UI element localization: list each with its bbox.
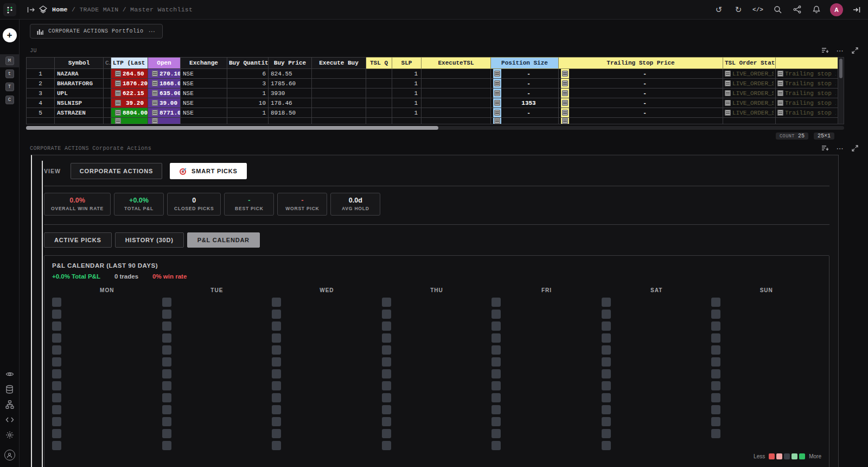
calendar-day-cell[interactable] <box>162 345 171 355</box>
cell-tsl_status[interactable]: LIVE_ORDER_S… <box>723 108 776 118</box>
calendar-day-cell[interactable] <box>272 333 281 343</box>
calendar-day-cell[interactable] <box>492 393 501 402</box>
calendar-day-cell[interactable] <box>382 429 391 438</box>
calendar-day-cell[interactable] <box>272 369 281 378</box>
code-icon[interactable] <box>5 415 15 425</box>
cell-c[interactable] <box>104 69 111 79</box>
col-header-buy_qty[interactable]: Buy Quantity <box>227 58 269 69</box>
cell-buy-quantity[interactable]: 6 <box>227 69 269 79</box>
cell-grid-icon[interactable] <box>777 80 783 86</box>
cell-grid-icon[interactable] <box>562 90 568 96</box>
col-header-position_size[interactable]: Position Size <box>491 58 559 69</box>
cell-trailing_stop[interactable]: - <box>559 89 723 98</box>
calendar-day-cell[interactable] <box>162 321 171 331</box>
calendar-day-cell[interactable] <box>272 429 281 438</box>
calendar-day-cell[interactable] <box>602 369 611 378</box>
cell-symbol[interactable]: UPL <box>55 89 104 98</box>
cell-grid-icon[interactable] <box>494 71 500 77</box>
calendar-day-cell[interactable] <box>711 321 720 331</box>
cell-grid-icon[interactable] <box>725 71 731 77</box>
share-icon[interactable] <box>791 4 803 16</box>
cell-grid-icon[interactable] <box>777 100 783 106</box>
calendar-day-cell[interactable] <box>382 298 391 307</box>
cell-extra[interactable]: Trailing stop ina <box>776 79 838 89</box>
add-button[interactable]: + <box>3 28 17 42</box>
cell-rownum[interactable]: 4 <box>27 98 55 108</box>
col-header-ltp[interactable]: LTP (Last … <box>111 58 148 69</box>
cell-execute_tsl[interactable] <box>422 118 491 124</box>
cell-grid-icon[interactable] <box>725 80 731 86</box>
cell-buy-price[interactable]: 8918.50 <box>269 108 312 118</box>
cell-rownum[interactable]: 5 <box>27 108 55 118</box>
cell-execute_buy[interactable] <box>312 118 366 124</box>
cell-tsl_status[interactable]: LIVE_ORDER_S… <box>723 89 776 98</box>
calendar-day-cell[interactable] <box>711 345 720 355</box>
calendar-day-cell[interactable] <box>382 405 391 414</box>
calendar-day-cell[interactable] <box>162 298 171 307</box>
cell-ltp[interactable]: 264.50 <box>111 69 148 79</box>
calendar-day-cell[interactable] <box>382 381 391 390</box>
cell-extra[interactable]: Trailing stop ina <box>776 69 838 79</box>
cell-ltp[interactable] <box>111 118 148 124</box>
col-header-buy_price[interactable]: Buy Price <box>269 58 312 69</box>
cell-grid-icon[interactable] <box>562 110 568 116</box>
cell-buy-quantity[interactable]: 1 <box>227 108 269 118</box>
cell-trailing_stop[interactable]: - <box>559 79 723 89</box>
cell-grid-icon[interactable] <box>152 110 158 116</box>
calendar-day-cell[interactable] <box>162 405 171 414</box>
cell-grid-icon[interactable] <box>777 71 783 77</box>
cell-rownum[interactable]: 1 <box>27 69 55 79</box>
calendar-day-cell[interactable] <box>711 298 720 307</box>
calendar-day-cell[interactable] <box>492 345 501 355</box>
cell-grid-icon[interactable] <box>115 71 121 77</box>
calendar-day-cell[interactable] <box>382 417 391 426</box>
calendar-day-cell[interactable] <box>52 321 61 331</box>
calendar-day-cell[interactable] <box>162 333 171 343</box>
cell-c[interactable] <box>104 118 111 124</box>
calendar-day-cell[interactable] <box>272 393 281 402</box>
cell-buy-quantity[interactable]: 1 <box>227 89 269 98</box>
eye-icon[interactable] <box>5 369 15 379</box>
cell-tsl_q[interactable] <box>366 98 392 108</box>
expand-icon[interactable] <box>851 46 859 55</box>
cell-grid-icon[interactable] <box>152 100 158 106</box>
cell-grid-icon[interactable] <box>494 118 500 124</box>
cell-grid-icon[interactable] <box>494 90 500 96</box>
calendar-day-cell[interactable] <box>602 441 611 450</box>
calendar-day-cell[interactable] <box>492 369 501 378</box>
cell-ltp[interactable]: 8804.00 <box>111 108 148 118</box>
cell-grid-icon[interactable] <box>115 118 121 124</box>
calendar-day-cell[interactable] <box>602 381 611 390</box>
breadcrumb-section[interactable]: TRADE MAIN <box>79 6 118 13</box>
cell-extra[interactable]: Trailing stop ina <box>776 89 838 98</box>
calendar-day-cell[interactable] <box>272 357 281 367</box>
portfolio-chip-button[interactable]: CORPORATE ACTIONS Portfolio ⋯ <box>30 24 163 39</box>
calendar-day-cell[interactable] <box>382 345 391 355</box>
cell-extra[interactable] <box>776 118 838 124</box>
cell-slp[interactable]: 1 <box>392 79 422 89</box>
col-header-extra[interactable] <box>776 58 838 69</box>
cell-tsl_q[interactable] <box>366 79 392 89</box>
calendar-day-cell[interactable] <box>602 429 611 438</box>
vertical-scrollbar[interactable] <box>838 57 844 124</box>
cell-tsl_q[interactable] <box>366 118 392 124</box>
cell-grid-icon[interactable] <box>494 80 500 86</box>
calendar-day-cell[interactable] <box>52 333 61 343</box>
cell-grid-icon[interactable] <box>725 100 731 106</box>
col-header-symbol[interactable]: Symbol <box>55 58 104 69</box>
cell-buy-quantity[interactable]: 10 <box>227 98 269 108</box>
col-header-execute_buy[interactable]: Execute Buy <box>312 58 366 69</box>
col-header-open[interactable]: Open <box>148 58 181 69</box>
calendar-day-cell[interactable] <box>711 369 720 378</box>
cell-execute_buy[interactable] <box>312 98 366 108</box>
calendar-day-cell[interactable] <box>162 441 171 450</box>
cell-execute_buy[interactable] <box>312 79 366 89</box>
calendar-day-cell[interactable] <box>602 321 611 331</box>
tab-smart-picks[interactable]: SMART PICKS <box>170 163 247 179</box>
cell-slp[interactable]: 1 <box>392 69 422 79</box>
cell-slp[interactable]: 1 <box>392 108 422 118</box>
cell-exchange[interactable]: NSE <box>181 69 227 79</box>
notifications-bell-icon[interactable] <box>810 4 822 16</box>
code-view-icon[interactable]: </> <box>752 4 764 16</box>
settings-gear-icon[interactable] <box>5 430 15 440</box>
